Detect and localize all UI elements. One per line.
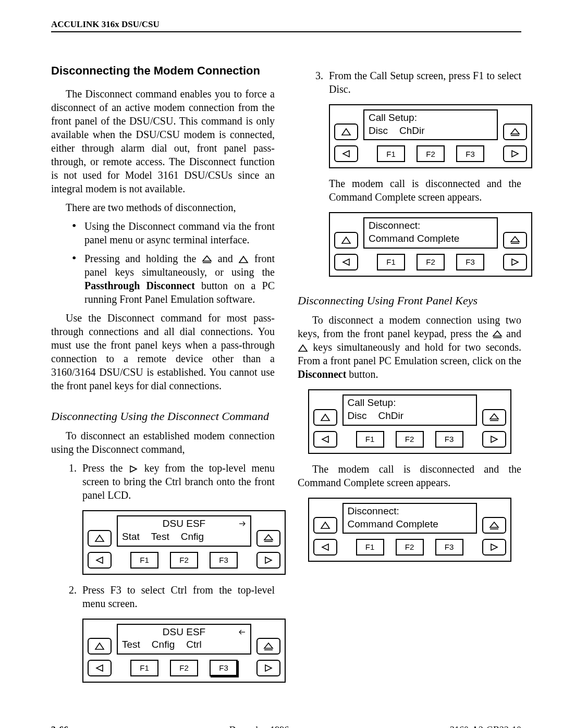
step-3: From the Call Setup screen, press F1 to … xyxy=(315,69,521,277)
lcd-display: Call Setup: DiscChDir xyxy=(342,394,477,425)
f3-button[interactable]: F3 xyxy=(435,539,463,556)
f3-button[interactable]: F3 xyxy=(456,254,484,270)
lcd-display: Disconnect: Command Complete xyxy=(363,217,498,248)
up-button[interactable] xyxy=(88,638,112,655)
left-button[interactable] xyxy=(313,431,337,448)
home-icon xyxy=(492,330,503,339)
home-button[interactable] xyxy=(256,530,280,547)
intro-p1: The Disconnect command enables you to fo… xyxy=(51,87,275,195)
left-button[interactable] xyxy=(88,660,112,676)
up-button[interactable] xyxy=(88,530,112,547)
doc-number: 3160-A2-GB22-10 xyxy=(450,724,521,728)
f3-button[interactable]: F3 xyxy=(456,145,484,162)
left-button[interactable] xyxy=(334,254,358,270)
up-icon xyxy=(298,344,308,352)
lcd-display: DSU ESF TestCnfigCtrl xyxy=(117,624,251,655)
lcd-panel-4: Disconnect: Command Complete F1 F2 F3 xyxy=(329,212,532,276)
sub1-lead: To disconnect an established modem conne… xyxy=(51,429,275,456)
intro-p3: Use the Disconnect command for most pass… xyxy=(51,311,275,392)
intro-p2: There are two methods of disconnection, xyxy=(51,201,275,214)
f2-button[interactable]: F2 xyxy=(396,431,424,448)
page-footer: 3-66 December 1996 3160-A2-GB22-10 xyxy=(51,724,521,728)
lcd-display: Call Setup: DiscChDir xyxy=(363,109,498,140)
section-title: Disconnecting the Modem Connection xyxy=(51,64,275,79)
intro-bullet-1: Using the Disconnect command via the fro… xyxy=(72,219,275,246)
f2-button[interactable]: F2 xyxy=(170,660,198,676)
left-button[interactable] xyxy=(88,552,112,569)
f1-button[interactable]: F1 xyxy=(377,254,405,270)
sub2-title: Disconnecting Using Front Panel Keys xyxy=(298,293,521,309)
f1-button[interactable]: F1 xyxy=(130,552,158,569)
footer-date: December 1996 xyxy=(229,724,289,728)
running-head: ACCULINK 316x DSU/CSU xyxy=(51,19,521,30)
lcd-display: DSU ESF StatTestCnfig xyxy=(117,515,251,546)
up-button[interactable] xyxy=(334,232,358,249)
f2-button[interactable]: F2 xyxy=(417,254,445,270)
sub2-p1: To disconnect a modem connection using t… xyxy=(298,313,521,381)
sub2-p2: The modem call is disconnected and the C… xyxy=(298,462,521,489)
home-button[interactable] xyxy=(256,638,280,655)
lcd-display: Disconnect: Command Complete xyxy=(342,503,477,534)
home-icon xyxy=(202,255,212,264)
f3-button[interactable]: F3 xyxy=(210,660,238,676)
right-button[interactable] xyxy=(503,145,527,162)
f3-button[interactable]: F3 xyxy=(435,431,463,448)
lcd-panel-3: Call Setup: DiscChDir F1 F2 F3 xyxy=(329,104,532,168)
right-button[interactable] xyxy=(482,431,506,448)
f1-button[interactable]: F1 xyxy=(377,145,405,162)
step-1: Press the key from the top-level menu sc… xyxy=(69,461,275,574)
home-button[interactable] xyxy=(482,517,506,534)
right-button[interactable] xyxy=(482,539,506,556)
intro-bullet-2: Pressing and holding the and front panel… xyxy=(72,252,275,306)
sub1-title: Disconnecting Using the Disconnect Comma… xyxy=(51,409,275,424)
head-rule xyxy=(51,31,521,32)
up-button[interactable] xyxy=(313,517,337,534)
right-button[interactable] xyxy=(256,660,280,676)
f2-button[interactable]: F2 xyxy=(170,552,198,569)
home-button[interactable] xyxy=(482,409,506,426)
f2-button[interactable]: F2 xyxy=(396,539,424,556)
lcd-panel-6: Disconnect: Command Complete F1 F2 F3 xyxy=(308,498,511,562)
right-button[interactable] xyxy=(256,552,280,569)
lcd-panel-1: DSU ESF StatTestCnfig F1 F2 F3 xyxy=(82,510,286,574)
up-button[interactable] xyxy=(313,409,337,426)
home-button[interactable] xyxy=(503,232,527,249)
right-button[interactable] xyxy=(503,254,527,270)
left-button[interactable] xyxy=(313,539,337,556)
lcd-panel-2: DSU ESF TestCnfigCtrl F1 F2 F3 xyxy=(82,619,286,683)
lcd-panel-5: Call Setup: DiscChDir F1 F2 F3 xyxy=(308,389,511,453)
left-column: Disconnecting the Modem Connection The D… xyxy=(51,64,275,691)
right-column: From the Call Setup screen, press F1 to … xyxy=(298,64,521,691)
left-button[interactable] xyxy=(334,145,358,162)
up-icon xyxy=(238,255,249,264)
f3-button[interactable]: F3 xyxy=(210,552,238,569)
up-button[interactable] xyxy=(334,124,358,140)
step-2: Press F3 to select Ctrl from the top-lev… xyxy=(69,583,275,683)
f1-button[interactable]: F1 xyxy=(130,660,158,676)
f2-button[interactable]: F2 xyxy=(417,145,445,162)
right-icon xyxy=(128,465,139,473)
page-number: 3-66 xyxy=(51,724,68,728)
after-step3: The modem call is disconnected and the C… xyxy=(329,177,521,204)
f1-button[interactable]: F1 xyxy=(356,431,384,448)
f1-button[interactable]: F1 xyxy=(356,539,384,556)
home-button[interactable] xyxy=(503,124,527,140)
